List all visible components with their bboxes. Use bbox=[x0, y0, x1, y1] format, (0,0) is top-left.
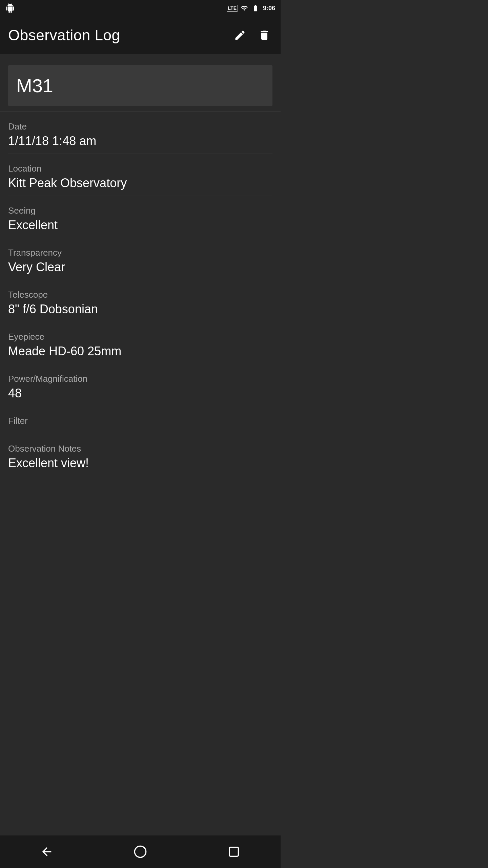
android-icon bbox=[5, 3, 15, 13]
signal-icon bbox=[241, 4, 248, 12]
location-section: Location Kitt Peak Observatory bbox=[0, 154, 281, 196]
seeing-label: Seeing bbox=[8, 205, 272, 216]
app-bar-actions bbox=[232, 27, 272, 43]
delete-button[interactable] bbox=[256, 27, 272, 43]
notes-section: Observation Notes Excellent view! bbox=[0, 434, 281, 476]
edit-button[interactable] bbox=[232, 27, 248, 43]
status-time: 9:06 bbox=[263, 5, 275, 12]
seeing-value: Excellent bbox=[8, 218, 272, 235]
eyepiece-value: Meade HD-60 25mm bbox=[8, 344, 272, 361]
main-content: M31 Date 1/11/18 1:48 am Location Kitt P… bbox=[0, 54, 281, 481]
transparency-value: Very Clear bbox=[8, 260, 272, 277]
notes-label: Observation Notes bbox=[8, 443, 272, 454]
filter-section: Filter bbox=[0, 406, 281, 434]
notes-value: Excellent view! bbox=[8, 456, 272, 473]
eyepiece-section: Eyepiece Meade HD-60 25mm bbox=[0, 322, 281, 364]
telescope-label: Telescope bbox=[8, 290, 272, 300]
object-name-box: M31 bbox=[8, 65, 272, 106]
date-section: Date 1/11/18 1:48 am bbox=[0, 112, 281, 154]
eyepiece-label: Eyepiece bbox=[8, 332, 272, 342]
telescope-section: Telescope 8" f/6 Dobsonian bbox=[0, 280, 281, 322]
location-value: Kitt Peak Observatory bbox=[8, 176, 272, 193]
status-bar-left bbox=[5, 3, 15, 13]
filter-value bbox=[8, 428, 272, 431]
page-title: Observation Log bbox=[8, 27, 120, 44]
power-label: Power/Magnification bbox=[8, 374, 272, 384]
transparency-label: Transparency bbox=[8, 248, 272, 258]
power-section: Power/Magnification 48 bbox=[0, 364, 281, 406]
transparency-section: Transparency Very Clear bbox=[0, 238, 281, 280]
delete-icon bbox=[258, 29, 270, 41]
lte-badge: LTE bbox=[227, 5, 238, 12]
object-name: M31 bbox=[16, 75, 53, 96]
date-label: Date bbox=[8, 121, 272, 132]
location-label: Location bbox=[8, 163, 272, 174]
power-value: 48 bbox=[8, 386, 272, 403]
app-bar: Observation Log bbox=[0, 16, 281, 54]
edit-icon bbox=[234, 29, 246, 41]
filter-label: Filter bbox=[8, 416, 272, 426]
battery-icon bbox=[251, 4, 260, 12]
seeing-section: Seeing Excellent bbox=[0, 196, 281, 238]
date-value: 1/11/18 1:48 am bbox=[8, 134, 272, 151]
telescope-value: 8" f/6 Dobsonian bbox=[8, 302, 272, 319]
status-bar: LTE 9:06 bbox=[0, 0, 281, 16]
status-bar-right: LTE 9:06 bbox=[227, 4, 275, 12]
